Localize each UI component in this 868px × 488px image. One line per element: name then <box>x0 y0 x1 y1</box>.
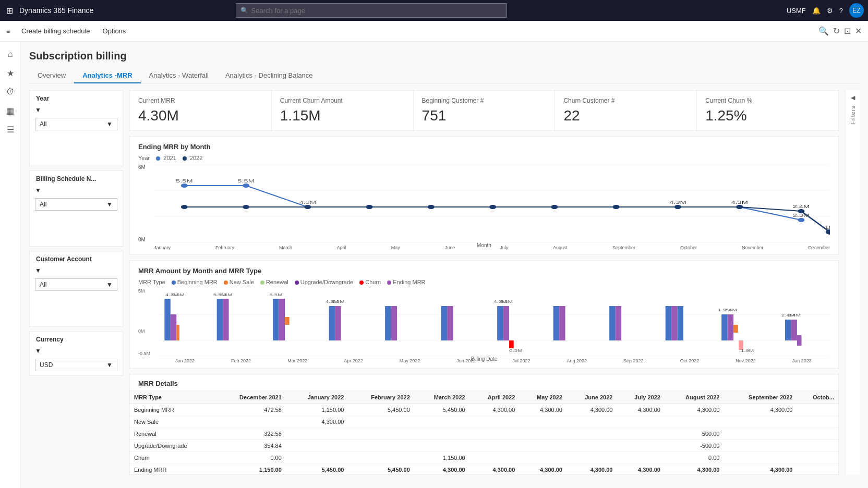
mrr-y-axis: 5M 0M -0.5M <box>138 288 157 356</box>
col-feb2022: February 2022 <box>348 391 414 404</box>
svg-text:5.5M: 5.5M <box>219 292 232 297</box>
search-input[interactable] <box>251 7 502 15</box>
legend-dot-2021 <box>156 156 160 161</box>
svg-point-4 <box>181 184 188 188</box>
kpi-current-mrr-value: 4.30M <box>138 107 263 124</box>
content-area: Subscription billing Overview Analytics … <box>21 42 868 488</box>
legend-2021: 2021 <box>156 155 176 161</box>
home-icon[interactable]: ⌂ <box>2 46 19 63</box>
table-header-row: MRR Type December 2021 January 2022 Febr… <box>130 391 838 404</box>
workspaces-icon[interactable]: ▦ <box>2 102 19 119</box>
tab-analytics-declining[interactable]: Analytics - Declining Balance <box>217 68 321 83</box>
bell-icon[interactable]: 🔔 <box>812 7 821 15</box>
options-nav[interactable]: Options <box>98 25 131 37</box>
mrr-details-table: MRR Type December 2021 January 2022 Febr… <box>130 391 838 474</box>
help-icon[interactable]: ? <box>839 7 843 15</box>
kpi-current-churn-pct-label: Current Churn % <box>705 97 830 104</box>
svg-rect-67 <box>609 306 615 340</box>
close-icon[interactable]: ✕ <box>855 26 862 36</box>
waffle-icon[interactable]: ⊞ <box>4 4 15 18</box>
customer-filter-expand[interactable]: ▼ <box>30 265 123 278</box>
settings-icon[interactable]: ⚙ <box>827 7 833 15</box>
favorites-icon[interactable]: ★ <box>2 65 19 81</box>
filters-right-panel[interactable]: ◀ Filters <box>845 90 860 475</box>
tab-analytics-mrr[interactable]: Analytics -MRR <box>74 68 140 83</box>
svg-rect-81 <box>797 335 802 346</box>
svg-point-14 <box>798 218 804 222</box>
svg-text:4.3M: 4.3M <box>500 299 513 304</box>
svg-text:5.5M: 5.5M <box>171 292 184 297</box>
svg-point-16 <box>243 205 249 209</box>
year-filter-value: All <box>40 120 46 128</box>
recent-icon[interactable]: ⏱ <box>2 83 19 100</box>
kpi-churn-amount-label: Current Churn Amount <box>280 97 405 104</box>
currency-filter-expand[interactable]: ▼ <box>30 345 123 359</box>
refresh-icon[interactable]: ↻ <box>833 26 840 36</box>
svg-text:2.3M: 2.3M <box>793 213 810 218</box>
svg-rect-79 <box>785 320 791 340</box>
svg-text:5.5M: 5.5M <box>269 292 282 297</box>
svg-point-15 <box>181 205 188 209</box>
svg-rect-40 <box>176 325 179 340</box>
svg-rect-51 <box>329 306 335 340</box>
col-dec2021: December 2021 <box>215 391 286 404</box>
mrr-amount-chart-section: MRR Amount by Month and MRR Type MRR Typ… <box>129 260 839 369</box>
svg-rect-69 <box>666 306 671 340</box>
currency-filter-dropdown[interactable]: USD ▼ <box>35 359 117 371</box>
mrr-details-table-wrapper[interactable]: MRR Type December 2021 January 2022 Febr… <box>130 391 838 474</box>
svg-text:0.5M: 0.5M <box>509 348 522 353</box>
svg-rect-66 <box>559 306 565 340</box>
right-main-content: Current MRR 4.30M Current Churn Amount 1… <box>129 90 839 475</box>
chevron-left-icon[interactable]: ◀ <box>851 94 855 101</box>
ending-mrr-legend: Year 2021 2022 <box>138 155 830 161</box>
customer-filter-dropdown[interactable]: All ▼ <box>35 278 117 291</box>
kpi-beginning-customer-label: Beginning Customer # <box>422 97 547 104</box>
legend-new-sale: New Sale <box>224 279 254 285</box>
modules-icon[interactable]: ☰ <box>2 121 19 138</box>
svg-text:2.4M: 2.4M <box>793 204 810 209</box>
create-billing-schedule-nav[interactable]: Create billing schedule <box>16 25 95 37</box>
currency-filter-expand-icon: ▼ <box>35 347 41 355</box>
user-avatar[interactable]: EZ <box>849 3 864 18</box>
tab-overview[interactable]: Overview <box>29 68 74 83</box>
svg-point-22 <box>613 205 620 209</box>
svg-point-21 <box>551 205 558 209</box>
kpi-churn-amount-value: 1.15M <box>280 107 405 124</box>
kpi-cards-row: Current MRR 4.30M Current Churn Amount 1… <box>129 90 839 131</box>
open-in-new-icon[interactable]: ⊡ <box>844 26 851 36</box>
top-search-box[interactable]: 🔍 <box>236 3 507 18</box>
secondary-nav: ≡ Create billing schedule Options 🔍 ↻ ⊡ … <box>0 21 868 42</box>
svg-point-18 <box>366 205 373 209</box>
tab-analytics-waterfall[interactable]: Analytics - Waterfall <box>141 68 217 83</box>
mrr-x-axis-labels: Jan 2022Feb 2022Mar 2022Apr 2022May 2022… <box>157 358 830 363</box>
svg-rect-49 <box>285 317 290 325</box>
year-filter-label: Year <box>30 91 123 104</box>
year-filter-expand[interactable]: ▼ <box>30 104 123 118</box>
top-navigation-bar: ⊞ Dynamics 365 Finance 🔍 USMF 🔔 ⚙ ? EZ <box>0 0 868 21</box>
svg-rect-58 <box>447 306 453 340</box>
legend-renewal: Renewal <box>260 279 288 285</box>
svg-text:4.3M: 4.3M <box>669 200 686 205</box>
search-icon-nav[interactable]: 🔍 <box>818 26 829 36</box>
kpi-beginning-customer-value: 751 <box>422 107 547 124</box>
svg-rect-60 <box>503 306 509 340</box>
svg-rect-57 <box>441 306 447 340</box>
svg-text:4.3M: 4.3M <box>299 200 316 205</box>
mrr-details-title: MRR Details <box>130 374 838 391</box>
hamburger-menu[interactable]: ≡ <box>6 28 10 35</box>
mrr-amount-chart-body: 5M 0M -0.5M <box>138 288 830 356</box>
billing-filter-dropdown[interactable]: All ▼ <box>35 198 117 211</box>
svg-point-19 <box>428 205 435 209</box>
year-filter-dropdown[interactable]: All ▼ <box>35 118 117 130</box>
billing-filter-expand[interactable]: ▼ <box>30 185 123 198</box>
svg-text:-1.9M: -1.9M <box>739 348 754 353</box>
mrr-bar-chart: 4.3M 5.5M 5.5M 5.5M <box>157 288 830 356</box>
billing-filter-value: All <box>40 201 46 208</box>
kpi-current-mrr-label: Current MRR <box>138 97 263 104</box>
y-axis-labels: 6M 0M <box>138 164 154 242</box>
svg-text:2.4M: 2.4M <box>724 308 737 312</box>
col-sep2022: September 2022 <box>724 391 797 404</box>
currency-filter-value: USD <box>40 361 53 369</box>
col-aug2022: August 2022 <box>665 391 724 404</box>
inner-layout: Year ▼ All ▼ Billing Schedule N... <box>29 90 860 475</box>
